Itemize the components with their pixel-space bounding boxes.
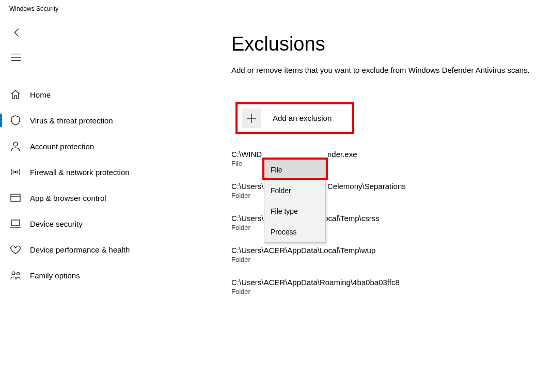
svg-point-5: [17, 273, 20, 275]
sidebar-item-label: Firewall & network protection: [30, 168, 130, 177]
sidebar-item-shield[interactable]: Virus & threat protection: [0, 107, 186, 133]
svg-rect-2: [11, 194, 20, 201]
sidebar-item-label: Device security: [30, 219, 83, 228]
svg-point-4: [12, 272, 15, 275]
exclusion-path: C:\Users\ACER\AppData\Local\Temp\wup: [231, 246, 544, 255]
exclusion-path: C:\Users\ACER\AppData\Roaming\4ba0ba03ff…: [231, 278, 544, 287]
window-title: Windows Security: [0, 0, 552, 18]
sidebar-item-label: App & browser control: [30, 194, 106, 202]
sidebar-item-window[interactable]: App & browser control: [0, 185, 186, 211]
exclusion-item[interactable]: C:\Users\ACER\AppData\Local\Temp\wupFold…: [231, 246, 544, 263]
svg-point-1: [15, 171, 17, 173]
exclusion-type: Folder: [231, 256, 544, 263]
sidebar-item-label: Family options: [30, 271, 80, 280]
menu-icon: [10, 56, 22, 65]
back-arrow-icon: [11, 31, 23, 40]
dropdown-item-file-type[interactable]: File type: [264, 201, 325, 222]
dropdown-item-process[interactable]: Process: [264, 222, 325, 242]
sidebar: HomeVirus & threat protectionAccount pro…: [0, 82, 186, 288]
svg-point-0: [13, 142, 18, 146]
sidebar-item-home[interactable]: Home: [0, 82, 186, 107]
plus-icon: [242, 108, 261, 128]
home-icon: [9, 88, 22, 101]
exclusion-item[interactable]: C:\Users\ACER\AppData\Roaming\4ba0ba03ff…: [231, 278, 544, 295]
dropdown-item-file[interactable]: File: [264, 160, 325, 180]
sidebar-item-label: Account protection: [30, 142, 94, 151]
sidebar-item-broadcast[interactable]: Firewall & network protection: [0, 159, 186, 185]
sidebar-item-label: Home: [30, 90, 51, 99]
svg-rect-3: [11, 220, 20, 226]
sidebar-item-label: Device performance & health: [30, 245, 130, 254]
add-exclusion-label: Add an exclusion: [273, 114, 332, 122]
add-exclusion-dropdown: FileFolderFile typeProcess: [264, 159, 326, 243]
sidebar-item-heart[interactable]: Device performance & health: [0, 237, 186, 262]
sidebar-item-laptop[interactable]: Device security: [0, 211, 186, 237]
window-icon: [9, 192, 22, 204]
laptop-icon: [9, 217, 22, 230]
sidebar-item-family[interactable]: Family options: [0, 262, 186, 288]
dropdown-item-folder[interactable]: Folder: [264, 180, 325, 201]
heart-icon: [9, 243, 22, 256]
family-icon: [9, 269, 22, 281]
sidebar-item-label: Virus & threat protection: [30, 116, 113, 125]
exclusion-type: Folder: [231, 288, 544, 295]
shield-icon: [9, 114, 22, 127]
page-description: Add or remove items that you want to exc…: [231, 65, 541, 76]
person-icon: [9, 140, 22, 152]
page-title: Exclusions: [231, 33, 544, 55]
exclusion-path: C:\WINDnder.exe: [231, 150, 544, 159]
broadcast-icon: [9, 166, 22, 178]
add-exclusion-button[interactable]: Add an exclusion: [235, 102, 354, 134]
sidebar-item-person[interactable]: Account protection: [0, 133, 186, 159]
